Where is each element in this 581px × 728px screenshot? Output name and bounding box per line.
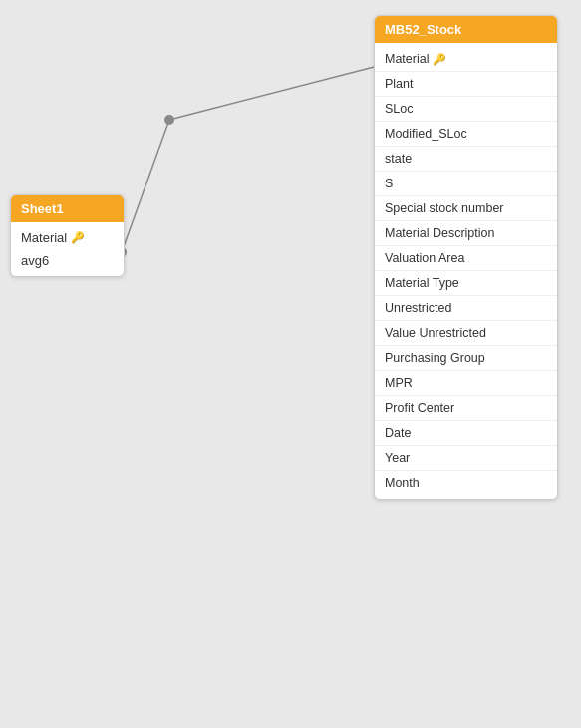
canvas: Sheet1 Material 🔑 avg6 MB52_Stock Materi… (0, 0, 581, 728)
svg-line-1 (122, 120, 169, 252)
mb52-field-sloc: SLoc (375, 97, 557, 122)
mb52-field-year: Year (375, 446, 557, 471)
mb52-field-plant: Plant (375, 72, 557, 97)
mb52-field-material-type: Material Type (375, 271, 557, 296)
sheet1-key-icon: 🔑 (71, 231, 85, 244)
mb52-field-mpr: MPR (375, 371, 557, 396)
sheet1-node[interactable]: Sheet1 Material 🔑 avg6 (10, 194, 125, 277)
mb52-field-material-description: Material Description (375, 221, 557, 246)
mb52-key-icon: 🔑 (433, 53, 446, 66)
mb52-field-value-unrestricted: Value Unrestricted (375, 321, 557, 346)
sheet1-material-label: Material (21, 230, 67, 245)
mb52-field-month: Month (375, 471, 557, 495)
mb52-node[interactable]: MB52_Stock Material 🔑 Plant SLoc Modifie… (374, 15, 558, 500)
mb52-field-s: S (375, 172, 557, 196)
mb52-field-profit-center: Profit Center (375, 396, 557, 421)
mb52-field-purchasing-group: Purchasing Group (375, 346, 557, 371)
mb52-field-valuation-area: Valuation Area (375, 246, 557, 271)
mb52-field-unrestricted: Unrestricted (375, 296, 557, 321)
mb52-field-state: state (375, 147, 557, 172)
mb52-header: MB52_Stock (375, 16, 557, 43)
mb52-field-modified-sloc: Modified_SLoc (375, 122, 557, 147)
mb52-material-label: Material (385, 52, 429, 66)
svg-line-0 (169, 65, 382, 120)
svg-point-3 (164, 115, 174, 125)
mb52-field-material: Material 🔑 (375, 47, 557, 72)
sheet1-header: Sheet1 (11, 195, 124, 222)
mb52-fields: Material 🔑 Plant SLoc Modified_SLoc stat… (375, 43, 557, 499)
sheet1-field-material: Material 🔑 (11, 226, 124, 249)
sheet1-fields: Material 🔑 avg6 (11, 222, 124, 276)
mb52-field-date: Date (375, 421, 557, 446)
sheet1-avg6-label: avg6 (21, 253, 49, 268)
mb52-field-special-stock-number: Special stock number (375, 196, 557, 221)
sheet1-field-avg6: avg6 (11, 249, 124, 272)
